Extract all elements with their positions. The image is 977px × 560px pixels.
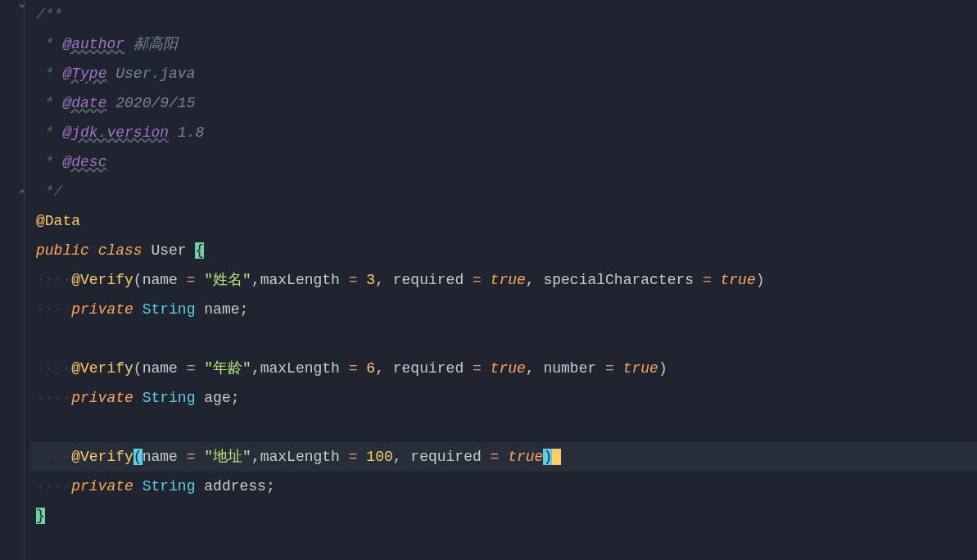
code-line[interactable]: */ — [29, 177, 977, 206]
brace-close: } — [36, 508, 45, 524]
code-line[interactable]: /** — [29, 0, 977, 29]
type-string: String — [142, 478, 196, 495]
keyword-private: private — [71, 478, 133, 495]
annotation-verify: @Verify — [71, 272, 133, 288]
code-line[interactable]: ····private String name; — [29, 295, 977, 324]
fold-minus-icon[interactable] — [16, 0, 28, 11]
code-line[interactable]: * @date 2020/9/15 — [29, 88, 977, 118]
javadoc-tag-jdk: @jdk.version — [62, 124, 169, 141]
field-address: address — [204, 478, 266, 495]
code-line[interactable]: * @Type User.java — [29, 59, 977, 88]
javadoc-jdk-value: 1.8 — [178, 124, 204, 141]
javadoc-open: /** — [36, 7, 62, 23]
annotation-data: @Data — [36, 213, 80, 229]
paren-match-close: ) — [543, 449, 552, 465]
javadoc-star: * — [36, 154, 54, 170]
javadoc-tag-date: @date — [62, 95, 106, 111]
code-line[interactable]: ····@Verify(name = "姓名",maxLength = 3, r… — [29, 265, 977, 295]
code-editor[interactable]: /** * @author 郝高阳 * @Type User.java * @d… — [29, 0, 977, 560]
javadoc-star: * — [36, 95, 54, 111]
class-name: User — [151, 242, 186, 259]
code-line[interactable]: ····private String address; — [29, 472, 977, 501]
javadoc-tag-author: @author — [62, 36, 124, 52]
code-line[interactable]: * @jdk.version 1.8 — [29, 118, 977, 147]
code-line[interactable]: ····@Verify(name = "年龄",maxLength = 6, r… — [29, 354, 977, 383]
javadoc-author-value: 郝高阳 — [133, 36, 178, 52]
code-line[interactable] — [29, 324, 977, 354]
javadoc-tag-type: @Type — [62, 65, 106, 82]
keyword-class: class — [98, 242, 142, 259]
code-line[interactable]: * @desc — [29, 147, 977, 177]
javadoc-type-value: User.java — [115, 65, 195, 82]
code-line[interactable] — [29, 413, 977, 442]
keyword-private: private — [71, 301, 133, 318]
code-line[interactable]: public class User { — [29, 236, 977, 265]
javadoc-tag-desc: @desc — [62, 154, 106, 170]
string-literal: "年龄" — [204, 360, 251, 377]
editor-gutter — [0, 0, 25, 560]
type-string: String — [142, 301, 196, 318]
javadoc-close: */ — [36, 183, 62, 200]
keyword-public: public — [36, 242, 89, 259]
javadoc-star: * — [36, 65, 54, 82]
field-name: name — [204, 301, 239, 318]
keyword-private: private — [71, 390, 133, 406]
code-line-current[interactable]: ····@Verify(name = "地址",maxLength = 100,… — [29, 442, 977, 472]
annotation-verify: @Verify — [71, 449, 133, 465]
text-cursor — [552, 449, 561, 465]
code-line[interactable]: ····private String age; — [29, 383, 977, 413]
string-literal: "姓名" — [204, 272, 251, 288]
javadoc-star: * — [36, 36, 54, 52]
javadoc-date-value: 2020/9/15 — [115, 95, 195, 111]
paren-match-open: ( — [133, 449, 142, 465]
fold-end-icon[interactable] — [16, 186, 28, 197]
type-string: String — [142, 390, 196, 406]
code-line[interactable]: * @author 郝高阳 — [29, 29, 977, 59]
javadoc-star: * — [36, 124, 54, 141]
code-line[interactable]: @Data — [29, 206, 977, 236]
field-age: age — [204, 390, 230, 406]
brace-open: { — [195, 242, 204, 259]
code-line[interactable]: } — [29, 501, 977, 531]
annotation-verify: @Verify — [71, 360, 133, 377]
string-literal: "地址" — [204, 449, 251, 465]
